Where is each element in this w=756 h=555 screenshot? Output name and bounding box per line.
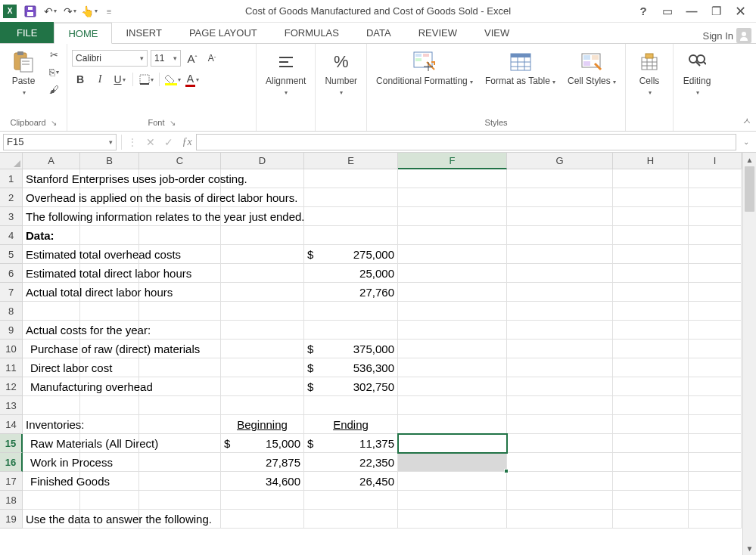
scroll-thumb[interactable] — [745, 166, 754, 212]
cell[interactable]: Raw Materials (All Direct) — [23, 434, 80, 453]
cell[interactable] — [613, 510, 689, 529]
cell[interactable] — [613, 283, 689, 302]
col-header-h[interactable]: H — [613, 153, 689, 169]
cell[interactable] — [507, 434, 613, 453]
select-all-button[interactable] — [0, 153, 23, 169]
cell[interactable] — [507, 245, 613, 264]
cell[interactable] — [398, 377, 507, 396]
cell[interactable] — [304, 302, 398, 321]
vertical-scrollbar[interactable]: ▲ ▼ — [742, 153, 756, 555]
tab-data[interactable]: DATA — [353, 22, 405, 43]
cell[interactable]: 27,760 — [304, 283, 398, 302]
cell[interactable] — [613, 245, 689, 264]
cell[interactable] — [398, 226, 507, 245]
cell[interactable]: $15,000 — [221, 434, 304, 453]
cell[interactable] — [80, 302, 139, 321]
formula-input[interactable] — [196, 134, 736, 150]
cell[interactable]: Work in Process — [23, 453, 80, 472]
col-header-b[interactable]: B — [80, 153, 139, 169]
col-header-c[interactable]: C — [139, 153, 221, 169]
help-button[interactable]: ? — [633, 2, 653, 20]
expand-formula-bar[interactable]: ⌄ — [739, 134, 753, 150]
cell[interactable] — [398, 207, 507, 226]
cut-button[interactable]: ✂ — [45, 47, 62, 62]
font-size-select[interactable]: 11▾ — [151, 50, 181, 67]
cell[interactable] — [304, 207, 398, 226]
cell[interactable] — [398, 358, 507, 377]
cell[interactable] — [507, 207, 613, 226]
cell[interactable] — [398, 340, 507, 358]
cell[interactable]: 25,000 — [304, 264, 398, 283]
col-header-i[interactable]: I — [689, 153, 742, 169]
cell[interactable] — [80, 396, 139, 415]
cell[interactable] — [139, 358, 221, 377]
cell[interactable] — [689, 472, 742, 491]
cell[interactable] — [398, 453, 507, 472]
cell[interactable] — [613, 415, 689, 434]
row-header[interactable]: 11 — [0, 358, 23, 377]
cell[interactable] — [221, 245, 304, 264]
bold-button[interactable]: B — [72, 71, 89, 88]
ribbon-display-button[interactable]: ▭ — [658, 2, 677, 20]
cell[interactable]: $11,375 — [304, 434, 398, 453]
collapse-ribbon-button[interactable]: ㅅ — [742, 115, 751, 128]
number-button[interactable]: % Number▾ — [320, 47, 362, 100]
cell[interactable] — [139, 226, 221, 245]
cell[interactable]: Actual costs for the year: — [23, 321, 80, 340]
spreadsheet-grid[interactable]: A B C D E F G H I 1Stanford Enterprises … — [0, 153, 742, 555]
cell[interactable] — [689, 302, 742, 321]
cell[interactable]: Direct labor cost — [23, 358, 80, 377]
cell[interactable] — [689, 453, 742, 472]
tab-file[interactable]: FILE — [0, 22, 54, 43]
sign-in[interactable]: Sign In — [703, 28, 756, 43]
conditional-formatting-button[interactable]: Conditional Formatting ▾ — [372, 47, 478, 89]
cell[interactable]: Purchase of raw (direct) materials — [23, 340, 80, 358]
cell[interactable] — [398, 264, 507, 283]
insert-function-button[interactable]: ƒx — [178, 134, 196, 150]
cell[interactable] — [613, 453, 689, 472]
cell[interactable] — [689, 245, 742, 264]
minimize-button[interactable]: — — [682, 2, 702, 20]
format-painter-button[interactable]: 🖌 — [45, 82, 62, 97]
row-header[interactable]: 5 — [0, 245, 23, 264]
cell[interactable]: The following information relates to the… — [23, 207, 80, 226]
cells-button[interactable]: Cells▾ — [630, 47, 668, 100]
cell[interactable] — [613, 434, 689, 453]
cell[interactable] — [507, 283, 613, 302]
cell[interactable] — [613, 169, 689, 188]
tab-page-layout[interactable]: PAGE LAYOUT — [176, 22, 271, 43]
restore-button[interactable]: ❐ — [706, 2, 726, 20]
touch-mode-button[interactable]: 👆▾ — [80, 2, 98, 20]
cell[interactable] — [507, 169, 613, 188]
cell[interactable] — [507, 264, 613, 283]
cell[interactable] — [398, 472, 507, 491]
cell[interactable] — [613, 396, 689, 415]
cell[interactable]: $536,300 — [304, 358, 398, 377]
cell[interactable] — [398, 510, 507, 529]
cell[interactable]: Beginning — [221, 415, 304, 434]
row-header[interactable]: 4 — [0, 226, 23, 245]
row-header[interactable]: 8 — [0, 302, 23, 321]
col-header-d[interactable]: D — [221, 153, 304, 169]
cell[interactable]: Finished Goods — [23, 472, 80, 491]
cell[interactable] — [398, 188, 507, 207]
cell[interactable]: $375,000 — [304, 340, 398, 358]
cell[interactable] — [689, 434, 742, 453]
cell[interactable] — [139, 321, 221, 340]
row-header[interactable]: 7 — [0, 283, 23, 302]
cell[interactable] — [613, 491, 689, 510]
cell[interactable] — [613, 302, 689, 321]
copy-button[interactable]: ⎘▾ — [45, 64, 62, 79]
clipboard-dialog-launcher[interactable]: ↘ — [51, 119, 57, 127]
cell[interactable] — [689, 510, 742, 529]
cell[interactable] — [221, 321, 304, 340]
cell[interactable] — [507, 321, 613, 340]
cell[interactable] — [23, 396, 80, 415]
paste-button[interactable]: Paste▾ — [5, 47, 42, 100]
cell[interactable] — [689, 264, 742, 283]
cell[interactable] — [221, 377, 304, 396]
cell[interactable] — [507, 415, 613, 434]
cell[interactable]: Ending — [304, 415, 398, 434]
col-header-g[interactable]: G — [507, 153, 613, 169]
cell[interactable] — [304, 491, 398, 510]
